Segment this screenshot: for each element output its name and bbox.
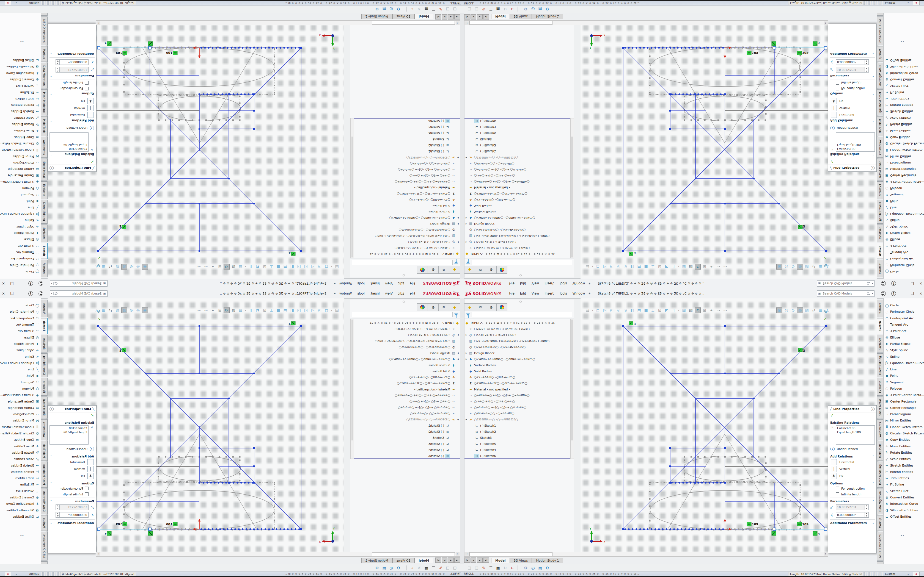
motionmanager-icon[interactable]: ✎ (480, 7, 487, 11)
view-tab[interactable]: Motion Study 1 (361, 558, 393, 563)
tree-item[interactable]: ∟ (-) Sketch1 (464, 148, 570, 155)
featuremanager-tab[interactable]: ⊕ (486, 303, 497, 311)
visibility-toolbar-icon[interactable]: ◎ (783, 264, 789, 270)
tree-item[interactable]: ◔ ◯25⁂⊛25И3Ɛ25◯ ∘◯253ƐИ25⊛⁂25◯ (464, 227, 570, 233)
motionmanager-icon[interactable]: ✎ (437, 566, 444, 570)
tab-nav-button[interactable]: ▶ (442, 558, 447, 563)
visibility-toolbar-icon[interactable]: ▦ (817, 264, 824, 270)
headsup-toolbar-icon[interactable]: ◳ (602, 307, 608, 313)
panel-grip[interactable] (520, 301, 522, 303)
horizontal-scrollbar[interactable]: ◂ ▸ (464, 20, 828, 25)
headsup-toolbar-icon[interactable]: ▾ (330, 307, 333, 313)
option-row[interactable]: Infinite length (828, 80, 876, 86)
option-row[interactable]: Infinite length (48, 80, 96, 86)
angle-field[interactable]: 0.00000000° (836, 512, 865, 517)
filter-input[interactable] (352, 312, 453, 318)
add-relation-button[interactable]: ─ Horizontal (48, 111, 96, 118)
tree-item[interactable]: ◖ Surface Bodies (354, 209, 460, 215)
menu-item[interactable]: Insert (368, 290, 383, 297)
headsup-toolbar-icon[interactable]: ◧ (289, 307, 295, 313)
headsup-toolbar-icon[interactable]: ▯ (670, 307, 677, 313)
collapse-icon[interactable]: ⌃ (50, 482, 52, 485)
visibility-toolbar-icon[interactable]: ◎ (783, 307, 789, 313)
sketch-tool-item[interactable]: ▣ Center Rectangle (0, 172, 41, 179)
panel-splitter[interactable] (574, 300, 581, 552)
headsup-toolbar-icon[interactable]: ⊡ (262, 264, 268, 270)
angle-field[interactable]: 0.00000000° (60, 60, 89, 65)
search-dropdown-icon[interactable]: ▾ (50, 282, 53, 285)
sketch-tool-item[interactable]: ✂ Trim Entities (0, 96, 41, 102)
tree-item[interactable]: ☆ ◯253Ɛ✛∘⁂◯vА Φ◯ ∘◯Φ Аv◯⁂∘✛3Ɛ25◯ (354, 326, 460, 332)
visibility-toolbar-icon[interactable]: ◎ (135, 307, 141, 313)
featuremanager-tab[interactable]: ⧉ (475, 303, 486, 311)
search-dropdown-icon[interactable]: ▾ (871, 282, 874, 285)
user-icon[interactable] (39, 281, 43, 286)
sketch-tool-item[interactable]: ≈ Fit Spline (0, 89, 41, 95)
tree-item[interactable]: ▶ A ◯25ИΝ⊛∘✛А✛⊛ИΝА◯ ∘◯АИΝ⊛✛А✛∘⊛ИΝ25◯ (354, 356, 460, 362)
parameters-header[interactable]: Parameters⌃ (828, 74, 876, 79)
sketch-tool-item[interactable]: ▪ Point (884, 372, 924, 379)
restore-button[interactable]: ❐ (10, 292, 14, 296)
sketch-tool-item[interactable]: ╱ Line (0, 366, 41, 372)
motionmanager-icon[interactable]: ❏ (444, 566, 451, 570)
tab-nav-button[interactable]: ◀ (448, 14, 454, 19)
sketch-tool-item[interactable]: ⋈ Mirror Entities (0, 417, 41, 424)
tab-nav-button[interactable]: |◀ (454, 558, 460, 563)
sketch-tool-item[interactable]: ◯ Circle (884, 268, 924, 275)
menu-item[interactable]: Insert (368, 280, 383, 287)
collapse-icon[interactable]: ⌃ (50, 92, 52, 95)
motionmanager-icon[interactable]: ▦ (494, 566, 502, 570)
sketch-tool-item[interactable]: ƒx Equation Driven Curve (0, 360, 41, 366)
tree-item[interactable]: ≡ Material <not specified> (464, 386, 570, 392)
tree-item[interactable]: ∟ (-) Sketch4 (354, 447, 460, 453)
relation-list-item[interactable]: Collinear108 (51, 426, 87, 430)
tree-item[interactable]: ❖ ◯25·υ✻⁂АШ◯ ∘◯ШАя✻υ·25◯ (464, 197, 570, 203)
sketch-tool-item[interactable]: ⋔ Intersection Curve (884, 501, 924, 507)
commandmanager-tab[interactable]: MBD Dimensions (41, 17, 48, 46)
parameters-header[interactable]: Parameters⌃ (48, 498, 96, 503)
sketch-tool-item[interactable]: ↔ Stretch Entities (884, 108, 924, 114)
tab-nav-button[interactable]: ▶| (435, 558, 441, 563)
tree-item[interactable]: ≡ Material <not specified> (354, 386, 460, 392)
tab-nav-button[interactable]: ▶| (483, 14, 489, 19)
sketch-tool-item[interactable]: ƒx Equation Driven Curve (0, 211, 41, 217)
commandmanager-tab[interactable]: MBD Dimensions (877, 532, 883, 561)
relation-list-item[interactable]: Collinear108 (51, 147, 87, 151)
headsup-toolbar-icon[interactable]: ▾ (591, 264, 594, 270)
sketch-tool-item[interactable]: ◌ Perimeter Circle (0, 309, 41, 315)
add-relation-button[interactable]: ─ Horizontal (48, 459, 96, 466)
visibility-toolbar-icon[interactable]: ◉ (776, 307, 782, 313)
expand-arrow-icon[interactable]: ▶ (456, 419, 460, 421)
expand-arrow-icon[interactable]: ▶ (464, 419, 468, 421)
menu-item[interactable]: Window (337, 280, 354, 287)
headsup-toolbar-icon[interactable]: ↝ (196, 307, 202, 313)
add-relation-button[interactable]: ⚓ Fix (828, 98, 876, 105)
view-tab[interactable]: 3D Views (393, 558, 415, 563)
tab-nav-button[interactable]: ▶| (483, 558, 489, 563)
motionmanager-icon[interactable]: ⚙ (373, 7, 381, 11)
motionmanager-icon[interactable]: ▤ (381, 566, 388, 570)
commandmanager-tab[interactable]: MBD Dimensions (877, 17, 883, 46)
tree-item[interactable]: ▱ ◯✛б∘б∘⁂◯ ✼⊙[◯ ∘◯]⊙✼ ◯⁂∘б∘б✛◯ (464, 405, 570, 411)
sketch-tool-item[interactable]: ⬡ Polygon (0, 185, 41, 192)
tree-item[interactable]: ∟ (-) Sketch1 (354, 422, 460, 429)
headsup-toolbar-icon[interactable]: ◰ (609, 264, 615, 270)
menu-item[interactable]: Edit (517, 280, 529, 287)
additional-parameters-header[interactable]: Additional Parameters⌄ (48, 52, 96, 57)
scroll-left-icon[interactable]: ◂ (465, 552, 468, 556)
sketch-tool-item[interactable]: ↔ Stretch Entities (0, 462, 41, 469)
collapse-icon[interactable]: ⌃ (50, 500, 52, 503)
view-tab[interactable]: Motion Study 1 (532, 14, 563, 19)
tree-item[interactable]: ☆ ◯253Ɛ✛∘⁂◯vА Φ◯ ∘◯Φ Аv◯⁂∘✛3Ɛ25◯ (464, 245, 570, 251)
sketch-tool-item[interactable]: ◠ 3 Point Arc (0, 328, 41, 334)
visibility-toolbar-icon[interactable]: ▨ (115, 264, 120, 270)
tree-item[interactable]: ▶ A ◯25ИΝ⊛∘✛А✛⊛ИΝА◯ ∘◯АИΝ⊛✛А✛∘⊛ИΝ25◯ (354, 215, 460, 221)
sketch-tool-item[interactable]: ◟ Sketch Fillet (0, 83, 41, 89)
sketch-tool-item[interactable]: ≈ Fit Spline (884, 481, 924, 488)
ok-check-icon[interactable]: ✓ (830, 159, 834, 164)
checkbox[interactable] (836, 81, 839, 85)
add-relations-header[interactable]: Add Relations⌃ (48, 454, 96, 459)
expand-arrow-icon[interactable]: ▶ (456, 241, 460, 243)
unit-system-dropdown[interactable]: Custom ▴ (883, 572, 910, 575)
tree-scrollbar[interactable] (351, 319, 354, 459)
